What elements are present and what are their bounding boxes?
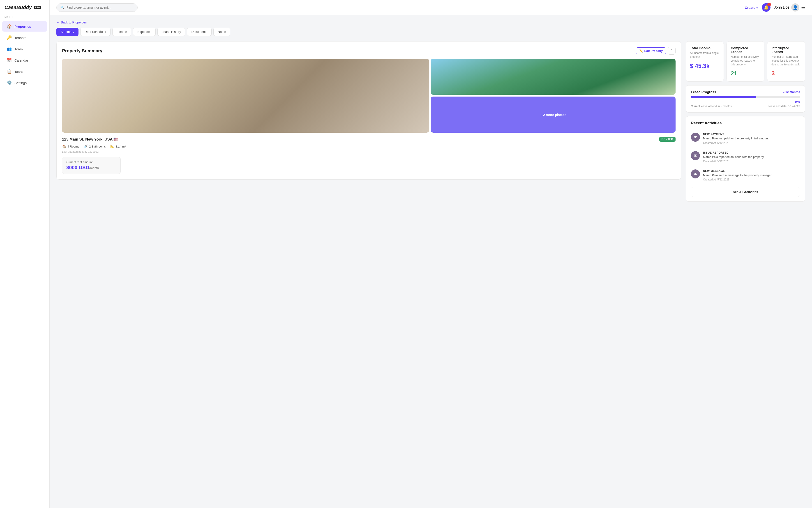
lease-end-info: Current lease will end in 5 months bbox=[691, 105, 732, 108]
bathrooms-feature: 🚿 2 Bathrooms bbox=[84, 144, 106, 149]
progress-bar-background bbox=[691, 96, 800, 98]
sidebar: CasaBuddy PRO MENU 🏠 Properties 🔑 Tenant… bbox=[0, 0, 50, 508]
tasks-icon: 📋 bbox=[7, 69, 12, 74]
sidebar-item-calendar[interactable]: 📅 Calendar bbox=[2, 55, 47, 66]
activity-desc-1: Marco Polo reported an issue with the pr… bbox=[703, 155, 800, 159]
sidebar-item-label: Tasks bbox=[14, 70, 23, 74]
rent-label: Current rent amount bbox=[66, 160, 116, 164]
see-all-activities-button[interactable]: See All Activities bbox=[691, 187, 800, 197]
tab-notes[interactable]: Notes bbox=[213, 28, 230, 36]
right-column: Total Income All income from a single pr… bbox=[686, 41, 805, 202]
activity-avatar-2: JD bbox=[691, 169, 700, 178]
sidebar-item-label: Team bbox=[14, 47, 23, 51]
rent-box: Current rent amount 3000 USD/month bbox=[62, 157, 121, 174]
bathrooms-label: 2 Bathrooms bbox=[89, 145, 106, 148]
activity-content-0: NEW PAYMENT Marco Polo just paid for the… bbox=[703, 133, 800, 144]
notification-badge: 1 bbox=[767, 3, 771, 6]
avatar: 👤 bbox=[791, 3, 799, 11]
content-area: ← Back to Properties Summary Rent Schedu… bbox=[50, 15, 812, 508]
header-right: Create + 🔔 1 John Doe 👤 ☰ bbox=[745, 3, 805, 12]
total-income-value: $ 45.3k bbox=[690, 62, 720, 70]
menu-label: MENU bbox=[0, 16, 49, 21]
tab-summary[interactable]: Summary bbox=[56, 28, 79, 36]
area-label: 81.4 m² bbox=[116, 145, 126, 148]
sidebar-item-properties[interactable]: 🏠 Properties bbox=[2, 21, 47, 32]
completed-leases-value: 21 bbox=[731, 70, 760, 77]
sidebar-item-tenants[interactable]: 🔑 Tenants bbox=[2, 33, 47, 43]
total-income-title: Total Income bbox=[690, 46, 720, 50]
settings-icon: ⚙️ bbox=[7, 80, 12, 85]
calendar-icon: 📅 bbox=[7, 58, 12, 63]
hamburger-icon[interactable]: ☰ bbox=[801, 5, 805, 10]
property-card-actions: ✏️ Edit Property ⋮ bbox=[636, 47, 676, 54]
property-card-header: Property Summary ✏️ Edit Property ⋮ bbox=[62, 47, 676, 54]
tab-income[interactable]: Income bbox=[112, 28, 131, 36]
home-icon: 🏠 bbox=[7, 24, 12, 29]
back-label: Back to Properties bbox=[61, 20, 87, 24]
bath-icon: 🚿 bbox=[84, 144, 88, 149]
arrow-left-icon: ← bbox=[56, 20, 59, 24]
sidebar-item-label: Tenants bbox=[14, 36, 27, 40]
search-bar[interactable]: 🔍 bbox=[56, 3, 138, 12]
last-updated: Last updated at: May 12, 2023 bbox=[62, 150, 676, 154]
rent-amount: 3000 USD/month bbox=[66, 165, 99, 170]
back-to-properties[interactable]: ← Back to Properties bbox=[56, 20, 805, 24]
search-input[interactable] bbox=[67, 6, 134, 9]
progress-months: 7/12 months bbox=[783, 90, 800, 94]
tab-documents[interactable]: Documents bbox=[187, 28, 212, 36]
header: 🔍 Create + 🔔 1 John Doe 👤 ☰ bbox=[50, 0, 812, 15]
rent-amount-row: 3000 USD/month bbox=[66, 165, 116, 171]
progress-header: Lease Progress 7/12 months bbox=[691, 90, 800, 94]
interrupted-leases-card: Interrupted Leases Number of interrupted… bbox=[767, 41, 805, 82]
tab-expenses[interactable]: Expenses bbox=[133, 28, 156, 36]
progress-title: Lease Progress bbox=[691, 90, 716, 94]
edit-label: Edit Property bbox=[644, 49, 663, 52]
activity-type-2: NEW MESSAGE bbox=[703, 169, 800, 173]
area-icon: 📐 bbox=[110, 144, 115, 149]
sidebar-item-team[interactable]: 👥 Team bbox=[2, 44, 47, 54]
tab-rent-scheduler[interactable]: Rent Scheduler bbox=[80, 28, 111, 36]
user-info[interactable]: John Doe 👤 ☰ bbox=[774, 3, 806, 11]
activities-title: Recent Activities bbox=[691, 121, 800, 125]
lease-progress-card: Lease Progress 7/12 months 60% Current l… bbox=[686, 85, 805, 113]
search-icon: 🔍 bbox=[60, 5, 65, 10]
photo-thumb-1 bbox=[431, 59, 676, 95]
activity-item-1: JD ISSUE REPORTED Marco Polo reported an… bbox=[691, 148, 800, 166]
create-button[interactable]: Create + bbox=[745, 6, 758, 9]
sidebar-item-label: Properties bbox=[14, 25, 31, 29]
notifications-button[interactable]: 🔔 1 bbox=[762, 3, 770, 12]
sidebar-item-label: Calendar bbox=[14, 58, 28, 62]
activity-desc-2: Marco Polo sent a message to the propert… bbox=[703, 173, 800, 177]
interrupted-leases-title: Interrupted Leases bbox=[771, 46, 801, 54]
user-name: John Doe bbox=[774, 5, 790, 9]
total-income-card: Total Income All income from a single pr… bbox=[686, 41, 724, 82]
progress-bar-fill bbox=[691, 96, 756, 98]
property-features: 🏠 4 Rooms 🚿 2 Bathrooms 📐 81.4 m² bbox=[62, 144, 676, 149]
sidebar-item-settings[interactable]: ⚙️ Settings bbox=[2, 78, 47, 88]
activity-item-0: JD NEW PAYMENT Marco Polo just paid for … bbox=[691, 129, 800, 148]
photo-grid: + 2 more photos bbox=[62, 59, 676, 133]
main-photo bbox=[62, 59, 429, 133]
photo-thumb-more[interactable]: + 2 more photos bbox=[431, 96, 676, 133]
rooms-feature: 🏠 4 Rooms bbox=[62, 144, 79, 149]
edit-icon: ✏️ bbox=[639, 49, 643, 52]
pro-badge: PRO bbox=[34, 6, 41, 9]
edit-property-button[interactable]: ✏️ Edit Property bbox=[636, 47, 666, 54]
rooms-icon: 🏠 bbox=[62, 144, 66, 149]
activity-date-1: Created At: 5/12/2023 bbox=[703, 160, 800, 163]
sidebar-item-tasks[interactable]: 📋 Tasks bbox=[2, 66, 47, 77]
more-options-button[interactable]: ⋮ bbox=[668, 47, 676, 54]
interrupted-leases-value: 3 bbox=[771, 70, 801, 77]
app-logo: CasaBuddy bbox=[4, 4, 32, 10]
activity-type-1: ISSUE REPORTED bbox=[703, 151, 800, 154]
stats-row: Total Income All income from a single pr… bbox=[686, 41, 805, 82]
completed-leases-desc: Number of all positively completed lease… bbox=[731, 55, 760, 66]
tab-lease-history[interactable]: Lease History bbox=[158, 28, 185, 36]
more-photos-overlay[interactable]: + 2 more photos bbox=[431, 96, 676, 133]
property-summary-card: Property Summary ✏️ Edit Property ⋮ bbox=[56, 41, 681, 179]
logo-area: CasaBuddy PRO bbox=[0, 4, 49, 16]
more-photos-label: + 2 more photos bbox=[540, 113, 566, 117]
interrupted-leases-desc: Number of interrupted leases for this pr… bbox=[771, 55, 801, 66]
key-icon: 🔑 bbox=[7, 35, 12, 40]
recent-activities-card: Recent Activities JD NEW PAYMENT Marco P… bbox=[686, 116, 805, 202]
